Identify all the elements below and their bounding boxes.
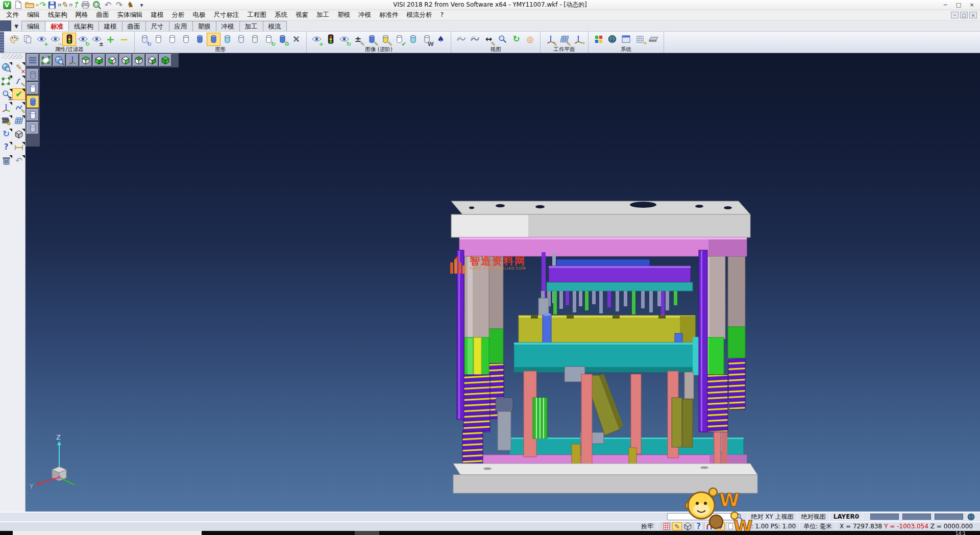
close-button[interactable]: × (966, 1, 978, 9)
maximize-button[interactable]: □ (952, 1, 965, 9)
pages-eye-icon[interactable] (21, 33, 35, 46)
menu-item[interactable]: 模流分析 (403, 10, 436, 20)
cylinder-pencil-yellow-icon[interactable]: ✎ (379, 33, 393, 46)
new-document-icon[interactable] (13, 1, 23, 10)
measure-width-icon[interactable] (13, 142, 25, 153)
print-icon[interactable] (81, 1, 90, 10)
menu-lines-icon[interactable] (27, 54, 39, 66)
wave-grey-icon[interactable] (454, 33, 468, 46)
pencil-edit-icon[interactable]: ✎ (672, 522, 682, 530)
cylinder-refresh-icon[interactable]: ↻ (138, 33, 152, 46)
cube-top-icon[interactable] (80, 54, 92, 66)
model-top-plate[interactable] (451, 201, 750, 237)
axes-pencil-icon[interactable]: ✎ (544, 33, 557, 46)
3d-model[interactable]: Z Y (26, 53, 980, 512)
fit-frame-icon[interactable] (40, 54, 52, 66)
tab-模流[interactable]: 模流 (263, 21, 287, 31)
pencil-curve-icon[interactable]: ✎ (13, 102, 25, 113)
tab-编辑[interactable]: 编辑 (21, 21, 45, 31)
undo-icon[interactable]: ↶ (103, 1, 113, 10)
slab-grey-icon[interactable] (647, 33, 660, 46)
snap-magnet-icon[interactable] (704, 522, 714, 530)
plane-pencil-icon[interactable]: ✎ (557, 33, 571, 46)
refresh-regen-icon[interactable]: ↻ (0, 129, 12, 139)
tab-线架构[interactable]: 线架构 (68, 21, 99, 31)
tools-cross-icon[interactable] (289, 33, 303, 46)
grid-sparkle-icon[interactable]: * (633, 33, 647, 46)
cube-bottom-icon[interactable] (93, 54, 105, 66)
pencil-spline-icon[interactable]: ✎ (13, 76, 25, 86)
color-swatch[interactable] (870, 514, 899, 520)
view-mode-label[interactable]: 绝对 XY 上视图 (751, 513, 794, 521)
axes-star-icon[interactable]: * (571, 33, 585, 46)
menu-item[interactable]: 工程图 (243, 10, 271, 20)
cylinder-outline2-icon[interactable] (165, 33, 179, 46)
search-input[interactable] (667, 513, 734, 520)
layer-indicator[interactable]: LAYER0 (834, 513, 859, 520)
eye-plus2-icon[interactable]: + (310, 33, 324, 46)
redo-icon[interactable]: ↷ (114, 1, 124, 10)
tab-曲面[interactable]: 曲面 (122, 21, 146, 31)
grid-red-icon[interactable] (662, 522, 671, 530)
menu-item[interactable]: 建模 (147, 10, 168, 20)
save-all-icon[interactable]: ↑ (69, 1, 79, 10)
menu-item[interactable]: 加工 (312, 10, 333, 20)
minus-yellow-icon[interactable]: − (117, 33, 131, 46)
save-icon[interactable] (47, 1, 57, 10)
menu-item[interactable]: 编辑 (23, 10, 44, 20)
help-question-icon[interactable]: ? (694, 522, 703, 530)
menu-item[interactable]: 电极 (189, 10, 210, 20)
import-file-icon[interactable]: ↷ (36, 1, 45, 10)
toolbar-drag-handle[interactable] (0, 32, 4, 53)
visi-logo[interactable]: V (2, 1, 12, 10)
model-cavity-stack[interactable] (547, 259, 693, 291)
target-orange-icon[interactable]: ◎ (523, 33, 537, 46)
minimize-button[interactable]: ─ (939, 1, 951, 9)
osnap-diamond-icon[interactable]: ◆ (715, 522, 725, 530)
grid-plane-icon[interactable] (13, 115, 25, 126)
preview-icon[interactable] (92, 1, 102, 10)
absolute-view-label[interactable]: 绝对视图 (801, 513, 826, 521)
globe-icon[interactable] (967, 513, 975, 521)
fit-frame-icon[interactable] (0, 76, 12, 86)
cube-iso-icon[interactable] (159, 54, 172, 66)
measure-pencil-icon[interactable]: ↔✎ (482, 33, 496, 46)
pencil-delete-icon[interactable]: ✎✕ (13, 62, 25, 73)
cylinder-recycle-icon[interactable]: ♻ (276, 33, 289, 46)
cylinder-outline3-icon[interactable] (179, 33, 193, 46)
cube-grey-icon[interactable] (13, 129, 25, 139)
books-palette-icon[interactable] (0, 115, 12, 126)
cylinder-pencil-blue-icon[interactable]: ✎ (365, 33, 379, 46)
wave-grey2-icon[interactable] (468, 33, 482, 46)
spade-blue-icon[interactable]: ♠ (434, 33, 448, 46)
cube-back-icon[interactable] (133, 54, 145, 66)
menu-item[interactable]: 系统 (271, 10, 291, 20)
tab-冲模[interactable]: 冲模 (216, 21, 240, 31)
color-grid-icon[interactable] (592, 33, 605, 46)
cylinder-shaded-icon[interactable] (27, 95, 39, 108)
cylinder-check-icon[interactable]: ✔ (393, 33, 406, 46)
menu-item[interactable]: 文件 (2, 10, 23, 20)
cylinder-blue-sel-icon[interactable] (207, 33, 220, 46)
cube-right-icon[interactable] (119, 54, 132, 66)
mdi-minimize-button[interactable]: ─ (951, 12, 959, 18)
traffic-light-icon[interactable] (62, 33, 76, 46)
rotate-green-icon[interactable]: ↻ (509, 33, 523, 46)
tab-加工[interactable]: 加工 (239, 21, 263, 31)
eye-plusminus-icon[interactable]: ± (90, 33, 104, 46)
open-folder-icon[interactable] (24, 1, 34, 10)
eye-refresh2-icon[interactable]: ↻ (337, 33, 351, 46)
cylinder-wire-w-icon[interactable]: W (420, 33, 434, 46)
menu-item[interactable]: 实体编辑 (113, 10, 147, 20)
zoom-scale-icon[interactable]: ± (0, 89, 12, 100)
cylinder-blue-icon[interactable] (193, 33, 207, 46)
menu-item[interactable]: 标准件 (375, 10, 403, 20)
tab-应用[interactable]: 应用 (169, 21, 193, 31)
taskbar-segment[interactable] (355, 531, 379, 535)
mdi-close-button[interactable]: × (969, 12, 977, 18)
model-base-plate[interactable] (453, 464, 757, 493)
eye-plus-icon[interactable]: + (35, 33, 48, 46)
workplane-box-icon[interactable] (683, 522, 693, 530)
sphere-magnifier-icon[interactable] (0, 62, 12, 73)
globe-icon[interactable] (605, 33, 619, 46)
